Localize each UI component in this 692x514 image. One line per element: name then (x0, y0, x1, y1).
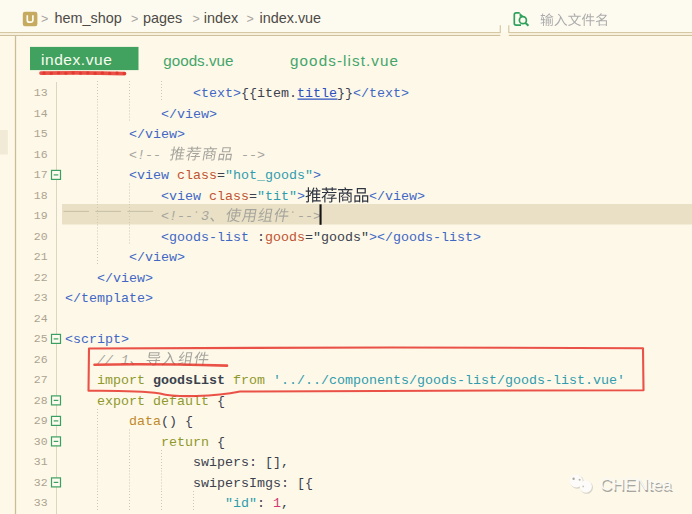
svg-text:=: = (249, 189, 257, 204)
svg-text:from: from (233, 373, 265, 388)
svg-text:,: , (281, 496, 289, 511)
svg-text:pages: pages (143, 10, 182, 26)
svg-text:19: 19 (34, 209, 48, 222)
svg-text:goods: goods (265, 230, 305, 245)
svg-text:<!--: <!-- (161, 209, 193, 224)
svg-text:28: 28 (34, 394, 48, 407)
svg-text:swipersImgs:: swipersImgs: (193, 476, 289, 491)
svg-text:goods-list.vue: goods-list.vue (290, 52, 399, 69)
svg-text:[],: [], (265, 455, 289, 470)
svg-text:goodsList: goodsList (153, 373, 225, 388)
svg-text:-->: --> (297, 209, 321, 224)
svg-text:<goods-list: <goods-list (161, 230, 249, 245)
svg-text:23: 23 (34, 291, 48, 304)
svg-text:<text>: <text> (193, 86, 241, 101)
svg-text:24: 24 (34, 312, 48, 325)
svg-text:{: { (217, 435, 225, 450)
svg-text:>: > (313, 168, 321, 183)
svg-text:33: 33 (34, 496, 48, 509)
svg-text:>: > (193, 12, 200, 26)
svg-text:return: return (161, 435, 209, 450)
svg-text:>: > (131, 12, 138, 26)
svg-text:index.vue: index.vue (260, 10, 322, 26)
svg-text:{: { (185, 414, 193, 429)
svg-text:16: 16 (34, 148, 48, 161)
svg-text:swipers:: swipers: (193, 455, 257, 470)
svg-text:index.vue: index.vue (41, 51, 112, 68)
svg-text:</view>: </view> (129, 127, 185, 142)
svg-text:20: 20 (34, 230, 48, 243)
svg-text:></goods-list>: ></goods-list> (369, 230, 481, 245)
svg-text:13: 13 (34, 86, 48, 99)
svg-text:"tit": "tit" (257, 189, 297, 204)
svg-text:25: 25 (34, 332, 48, 345)
svg-text:<script>: <script> (65, 332, 129, 347)
svg-text:import: import (97, 373, 145, 388)
svg-text:>: > (41, 12, 48, 26)
svg-text:</view>: </view> (161, 107, 217, 122)
svg-text:'../../components/goods-list/g: '../../components/goods-list/goods-list.… (273, 373, 625, 388)
svg-text:1: 1 (273, 496, 281, 511)
svg-text:CHENtea: CHENtea (600, 475, 672, 494)
svg-text:30: 30 (34, 435, 48, 448)
svg-text:-->: --> (241, 148, 265, 163)
svg-text:31: 31 (34, 455, 48, 468)
svg-text:index: index (204, 10, 239, 26)
svg-text:>: > (247, 12, 254, 26)
svg-text:[{: [{ (297, 476, 313, 491)
svg-text:27: 27 (34, 373, 48, 386)
svg-text:15: 15 (34, 127, 48, 140)
svg-text:<view: <view (161, 189, 201, 204)
svg-text:(): () (161, 414, 177, 429)
svg-text:class: class (177, 168, 217, 183)
svg-text:hem_shop: hem_shop (55, 10, 122, 26)
svg-text:class: class (209, 189, 249, 204)
svg-text:21: 21 (34, 250, 48, 263)
svg-text:goods.vue: goods.vue (163, 52, 233, 69)
svg-text:17: 17 (34, 168, 48, 181)
svg-text:</view>: </view> (97, 271, 153, 286)
svg-text:</template>: </template> (65, 291, 153, 306)
svg-text:"goods": "goods" (313, 230, 369, 245)
svg-text:{{item.: {{item. (241, 86, 297, 101)
svg-text:26: 26 (34, 353, 48, 366)
svg-text:</view>: </view> (369, 189, 425, 204)
svg-text:22: 22 (34, 271, 48, 284)
svg-text:</view>: </view> (129, 250, 185, 265)
svg-text:"hot_goods": "hot_goods" (225, 168, 313, 183)
svg-text:=: = (217, 168, 225, 183)
svg-text:32: 32 (34, 476, 48, 489)
svg-text:data: data (129, 414, 161, 429)
svg-text:</text>: </text> (353, 86, 409, 101)
svg-text:18: 18 (34, 189, 48, 202)
svg-text:>: > (297, 189, 305, 204)
svg-text:29: 29 (34, 414, 48, 427)
svg-text:3: 3 (201, 209, 209, 224)
svg-text:<view: <view (129, 168, 169, 183)
svg-text:<!--: <!-- (129, 148, 161, 163)
svg-text:}}: }} (337, 86, 353, 101)
svg-text:"id": "id" (225, 496, 257, 511)
svg-text:14: 14 (34, 107, 48, 120)
svg-text::: : (257, 230, 265, 245)
svg-text:=: = (305, 230, 313, 245)
svg-text::: : (257, 496, 265, 511)
svg-text:export: export (97, 394, 145, 409)
